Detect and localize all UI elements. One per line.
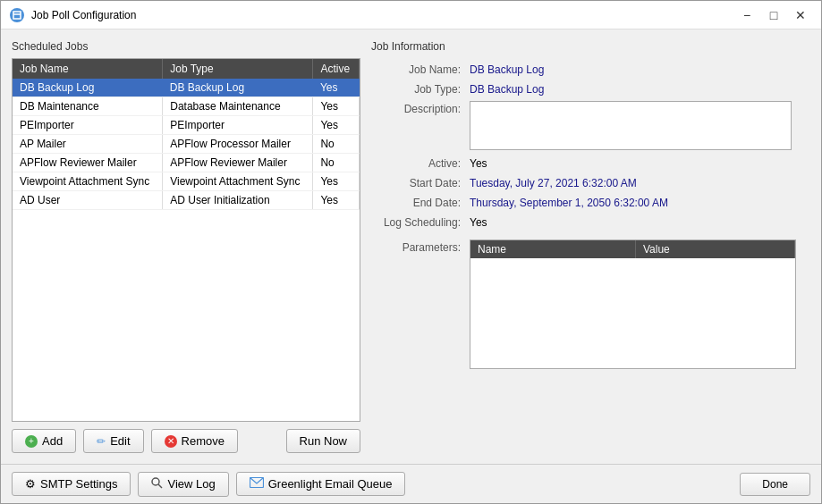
parameters-row: Parameters: Name Value <box>371 239 810 369</box>
footer: ⚙ SMTP Settings View Log Greenlight Emai… <box>1 464 821 503</box>
end-date-label: End Date: <box>371 195 470 209</box>
svg-line-3 <box>158 484 162 488</box>
table-row[interactable]: DB Backup LogDB Backup LogYes <box>13 79 360 97</box>
start-date-row: Start Date: Tuesday, July 27, 2021 6:32:… <box>371 175 810 189</box>
start-date-label: Start Date: <box>371 175 470 189</box>
job-name-label: Job Name: <box>371 62 470 76</box>
run-now-button[interactable]: Run Now <box>286 429 360 453</box>
remove-button[interactable]: ✕ Remove <box>151 429 238 453</box>
done-button[interactable]: Done <box>740 473 810 496</box>
job-type-label: Job Type: <box>371 81 470 96</box>
search-icon <box>151 477 163 491</box>
smtp-settings-button[interactable]: ⚙ SMTP Settings <box>12 472 131 496</box>
minimize-button[interactable]: − <box>735 6 758 24</box>
start-date-value: Tuesday, July 27, 2021 6:32:00 AM <box>470 175 637 189</box>
edit-icon: ✏ <box>97 435 106 448</box>
main-window: Job Poll Configuration − □ ✕ Scheduled J… <box>0 0 822 504</box>
add-label: Add <box>42 434 63 448</box>
view-log-button[interactable]: View Log <box>138 472 228 497</box>
end-date-row: End Date: Thursday, September 1, 2050 6:… <box>371 195 810 209</box>
log-scheduling-label: Log Scheduling: <box>371 214 470 229</box>
log-scheduling-value: Yes <box>470 214 487 229</box>
jobs-table[interactable]: Job Name Job Type Active DB Backup LogDB… <box>12 58 360 422</box>
left-buttons: + Add ✏ Edit ✕ Remove Run Now <box>12 429 360 453</box>
active-label: Active: <box>371 155 470 170</box>
job-name-value: DB Backup Log <box>470 62 544 76</box>
col-job-type: Job Type <box>163 59 313 79</box>
edit-button[interactable]: ✏ Edit <box>83 429 143 453</box>
end-date-value: Thursday, September 1, 2050 6:32:00 AM <box>470 195 668 209</box>
table-row[interactable]: Viewpoint Attachment SyncViewpoint Attac… <box>13 172 360 191</box>
main-content: Scheduled Jobs Job Name Job Type Active … <box>1 29 821 464</box>
edit-label: Edit <box>110 434 130 448</box>
parameters-label: Parameters: <box>371 239 470 254</box>
greenlight-email-queue-button[interactable]: Greenlight Email Queue <box>236 472 406 496</box>
smtp-settings-label: SMTP Settings <box>40 477 117 491</box>
active-row: Active: Yes <box>371 155 810 170</box>
param-name-header: Name <box>470 240 635 258</box>
table-row[interactable]: PEImporterPEImporterYes <box>13 116 360 135</box>
app-icon <box>10 8 24 22</box>
footer-right: Done <box>740 473 810 496</box>
window-controls: − □ ✕ <box>735 6 812 24</box>
col-active: Active <box>313 59 360 79</box>
description-row: Description: <box>371 101 810 150</box>
svg-rect-0 <box>13 12 21 19</box>
job-name-row: Job Name: DB Backup Log <box>371 62 810 76</box>
param-value-header: Value <box>635 240 794 258</box>
job-type-value: DB Backup Log <box>470 81 544 96</box>
parameters-table[interactable]: Name Value <box>470 239 796 369</box>
left-panel: Scheduled Jobs Job Name Job Type Active … <box>12 40 360 453</box>
scheduled-jobs-title: Scheduled Jobs <box>12 40 360 53</box>
envelope-icon <box>250 477 264 491</box>
table-row[interactable]: AD UserAD User InitializationYes <box>13 191 360 210</box>
gear-icon: ⚙ <box>25 477 36 491</box>
col-job-name: Job Name <box>13 59 163 79</box>
titlebar: Job Poll Configuration − □ ✕ <box>1 1 821 29</box>
restore-button[interactable]: □ <box>762 6 785 24</box>
table-row[interactable]: AP MailerAPFlow Processor MailerNo <box>13 135 360 154</box>
job-type-row: Job Type: DB Backup Log <box>371 81 810 96</box>
right-panel: Job Information Job Name: DB Backup Log … <box>371 40 810 453</box>
greenlight-email-queue-label: Greenlight Email Queue <box>268 477 393 491</box>
remove-icon: ✕ <box>165 435 177 448</box>
run-now-label: Run Now <box>300 434 347 448</box>
table-row[interactable]: DB MaintenanceDatabase MaintenanceYes <box>13 97 360 116</box>
active-value: Yes <box>470 155 487 170</box>
view-log-label: View Log <box>167 477 215 491</box>
job-information-title: Job Information <box>371 40 810 53</box>
close-button[interactable]: ✕ <box>789 6 812 24</box>
table-row[interactable]: APFlow Reviewer MailerAPFlow Reviewer Ma… <box>13 154 360 172</box>
window-title: Job Poll Configuration <box>31 9 728 21</box>
description-input[interactable] <box>470 101 792 150</box>
add-button[interactable]: + Add <box>12 429 76 453</box>
add-icon: + <box>25 435 38 448</box>
svg-point-2 <box>152 478 159 485</box>
log-scheduling-row: Log Scheduling: Yes <box>371 214 810 229</box>
description-label: Description: <box>371 101 470 115</box>
remove-label: Remove <box>182 434 225 448</box>
